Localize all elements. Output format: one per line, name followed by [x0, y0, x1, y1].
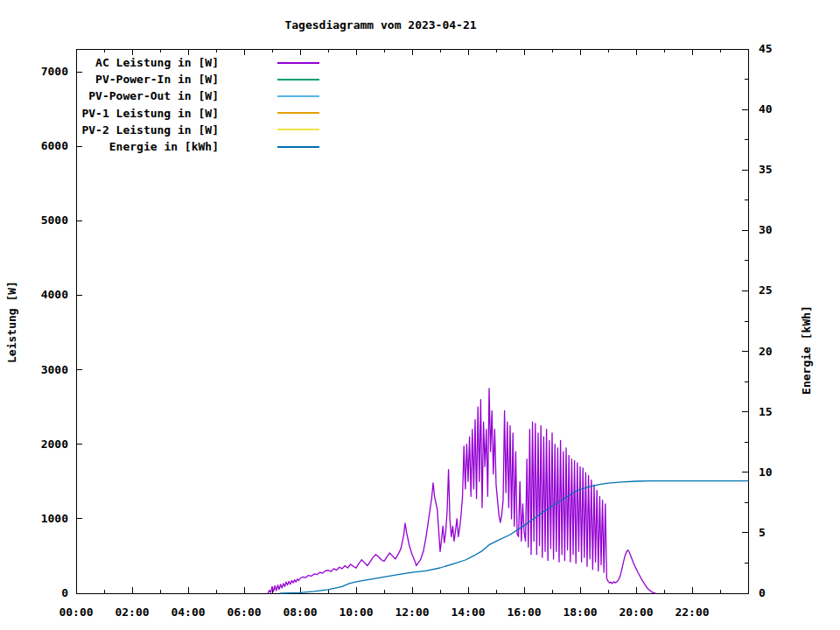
x-axis-tick-label: 00:00 — [59, 606, 93, 619]
x-axis-tick-label: 12:00 — [395, 606, 429, 619]
legend-line-sample — [277, 112, 319, 114]
y-right-tick-label: 30 — [759, 223, 773, 236]
y-left-tick-label: 5000 — [41, 214, 68, 227]
legend-item: PV-1 Leistung in [W] — [79, 105, 319, 122]
y-right-tick-label: 40 — [759, 102, 773, 116]
legend-item-label: PV-Power-In in [W] — [79, 73, 219, 86]
legend-item-label: AC Leistung in [W] — [79, 56, 219, 69]
x-axis-tick-label: 02:00 — [115, 606, 149, 619]
chart-legend: AC Leistung in [W]PV-Power-In in [W]PV-P… — [79, 54, 319, 155]
legend-item-label: PV-Power-Out in [W] — [79, 89, 219, 102]
x-axis-tick-label: 08:00 — [283, 606, 317, 619]
legend-line-sample — [277, 62, 319, 64]
y-left-tick-label: 0 — [61, 586, 68, 599]
legend-line-sample — [277, 146, 319, 148]
legend-item: AC Leistung in [W] — [79, 54, 319, 71]
legend-line-sample — [277, 129, 319, 130]
y-left-tick-label: 6000 — [41, 139, 68, 152]
y-right-tick-label: 15 — [759, 405, 773, 418]
y-left-tick-label: 7000 — [41, 65, 68, 78]
series-line-ac-leistung-in-w — [268, 388, 655, 593]
x-axis-tick-label: 10:00 — [339, 606, 373, 619]
y-right-tick-label: 0 — [759, 586, 766, 599]
legend-item: PV-Power-In in [W] — [79, 71, 319, 88]
chart-window: Tagesdiagramm vom 2023-04-21 Leistung [W… — [0, 0, 840, 630]
y-left-tick-label: 3000 — [41, 363, 68, 376]
y-right-tick-label: 10 — [759, 466, 773, 479]
y-right-tick-label: 20 — [759, 345, 773, 358]
legend-item: PV-Power-Out in [W] — [79, 88, 319, 104]
y-right-tick-label: 45 — [759, 42, 773, 55]
x-axis-tick-label: 20:00 — [619, 606, 653, 619]
legend-item-label: PV-2 Leistung in [W] — [79, 123, 219, 136]
legend-item-label: PV-1 Leistung in [W] — [79, 107, 219, 120]
x-axis-tick-label: 18:00 — [563, 606, 597, 619]
x-axis-tick-label: 04:00 — [171, 606, 205, 619]
y-right-tick-label: 35 — [759, 163, 773, 176]
y-right-tick-label: 25 — [759, 284, 773, 297]
y-left-tick-label: 4000 — [41, 288, 68, 301]
legend-item: PV-2 Leistung in [W] — [79, 122, 319, 138]
y-right-tick-label: 5 — [759, 526, 766, 539]
legend-line-sample — [277, 79, 319, 80]
x-axis-tick-label: 06:00 — [227, 606, 261, 619]
x-axis-tick-label: 22:00 — [675, 606, 709, 619]
legend-item-label: Energie in [kWh] — [79, 140, 219, 153]
x-axis-tick-label: 16:00 — [507, 606, 541, 619]
y-left-tick-label: 2000 — [41, 438, 68, 451]
y-left-tick-label: 1000 — [41, 512, 68, 525]
legend-line-sample — [277, 95, 319, 97]
legend-item: Energie in [kWh] — [79, 138, 319, 155]
x-axis-tick-label: 14:00 — [451, 606, 485, 619]
